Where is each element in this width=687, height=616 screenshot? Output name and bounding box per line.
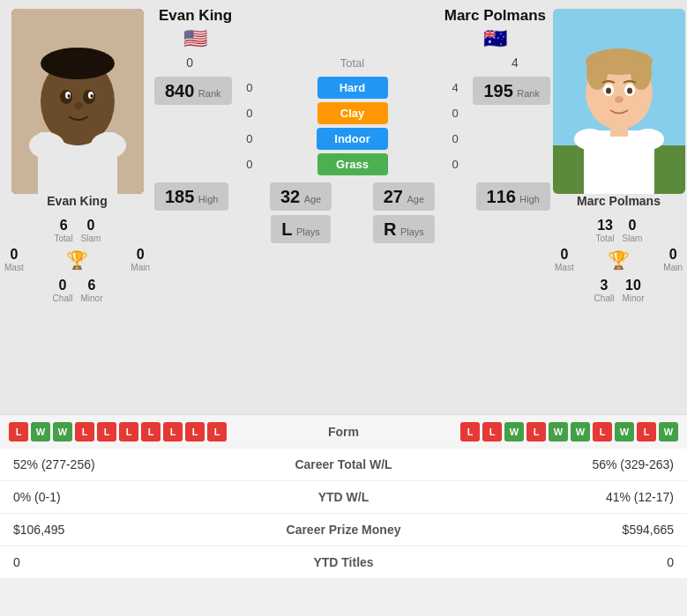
right-total-cell: 13 Total [595, 218, 616, 243]
svg-point-23 [606, 88, 611, 94]
grass-left-val: 0 [234, 158, 253, 171]
svg-point-26 [574, 129, 606, 150]
right-plays-val: R [384, 219, 396, 239]
right-player-photo [553, 9, 685, 194]
left-minor-label: Minor [81, 293, 103, 303]
left-high-val: 185 [165, 187, 194, 206]
left-main-label: Main [131, 263, 150, 272]
right-chall-val: 3 [593, 278, 615, 293]
right-trophy-icon: 🏆 [608, 249, 630, 271]
high-age-plays-row: 185 High 32 Age L Plays 27 [154, 182, 550, 243]
left-form-badge: L [119, 422, 138, 442]
svg-point-19 [586, 55, 608, 90]
right-name-block: Marc Polmans 🇦🇺 [444, 7, 546, 50]
right-minor-val: 10 [623, 278, 645, 293]
clay-row: 0 Clay 0 [234, 102, 472, 124]
hard-row: 0 Hard 4 [234, 77, 472, 99]
stat-label: YTD W/L [227, 481, 460, 514]
left-chall-val: 0 [51, 278, 73, 293]
left-name-block: Evan King 🇺🇸 [159, 7, 232, 50]
total-center-label: Total [198, 56, 506, 70]
left-form-badge: L [185, 422, 205, 442]
right-bottom-grid: 3 Chall 10 Minor [593, 278, 644, 303]
right-form-badge: L [593, 422, 612, 442]
left-chall-label: Chall [51, 293, 73, 303]
svg-point-27 [632, 129, 664, 150]
right-main-label: Main [663, 263, 683, 272]
left-player-column: Evan King 6 Total 0 Slam 0 Mast 🏆 [0, 0, 154, 414]
right-plays-label: Plays [400, 226, 424, 237]
right-big-stats: 195 Rank [473, 77, 550, 105]
right-high-val: 116 [487, 187, 516, 206]
left-mast-val: 0 [10, 247, 18, 263]
svg-point-8 [90, 94, 93, 98]
right-mini-grid: 13 Total 0 Slam [595, 218, 643, 243]
right-slam-cell: 0 Slam [623, 218, 643, 243]
left-rank-box: 840 Rank [154, 77, 232, 105]
stat-right-val: 56% (329-263) [460, 449, 687, 481]
left-form-badge: W [53, 422, 72, 442]
right-total-val: 13 [595, 218, 616, 234]
left-total-cell: 6 Total [54, 218, 74, 243]
left-age-label: Age [304, 194, 322, 204]
right-rank-box: 195 Rank [473, 77, 550, 105]
right-total-label: Total [595, 234, 616, 243]
form-label: Form [291, 425, 397, 439]
svg-point-25 [615, 96, 624, 103]
clay-right-val: 0 [452, 107, 471, 120]
right-rank-val: 195 [483, 81, 512, 100]
right-form-badge: W [549, 422, 568, 442]
hard-right-val: 4 [452, 81, 471, 94]
right-trophy-row: 0 Mast 🏆 0 Main [555, 247, 683, 272]
left-mini-grid: 6 Total 0 Slam [54, 218, 101, 243]
stat-left-val: 0% (0-1) [0, 481, 227, 514]
hard-left-val: 0 [234, 81, 253, 94]
total-left-val: 0 [154, 56, 198, 70]
left-slam-val: 0 [81, 218, 101, 234]
stat-label: YTD Titles [227, 546, 460, 579]
left-player-card-name: Evan King [47, 194, 107, 208]
left-rank-label: Rank [198, 88, 221, 99]
left-header-name: Evan King [159, 7, 232, 25]
stats-row: 0 YTD Titles 0 [0, 546, 687, 579]
clay-left-val: 0 [234, 107, 253, 120]
stats-table: 52% (277-256) Career Total W/L 56% (329-… [0, 449, 687, 579]
center-column: Evan King 🇺🇸 Marc Polmans 🇦🇺 0 Total 4 [154, 0, 550, 414]
grass-btn: Grass [317, 153, 388, 175]
right-main-cell: 0 Main [663, 247, 683, 272]
left-mast-label: Mast [4, 263, 24, 272]
left-high-label: High [198, 194, 219, 204]
right-slam-val: 0 [623, 218, 643, 234]
left-mast-cell: 0 Mast [4, 247, 24, 272]
left-form-badge: L [207, 422, 227, 442]
stat-right-val: 41% (12-17) [460, 481, 687, 514]
left-chall-cell: 0 Chall [51, 278, 73, 303]
right-form-badge: L [637, 422, 656, 442]
players-comparison-section: Evan King 6 Total 0 Slam 0 Mast 🏆 [0, 0, 687, 414]
right-form-badge: L [482, 422, 502, 442]
right-header-name: Marc Polmans [444, 7, 546, 25]
right-form-badge: W [571, 422, 590, 442]
total-right-val: 4 [506, 56, 550, 70]
stat-left-val: $106,495 [0, 514, 227, 546]
right-mast-val: 0 [560, 247, 568, 263]
right-chall-label: Chall [593, 293, 615, 303]
svg-point-11 [29, 132, 64, 159]
grass-row: 0 Grass 0 [234, 153, 472, 175]
left-form-badge: L [75, 422, 94, 442]
right-chall-cell: 3 Chall [593, 278, 615, 303]
left-minor-val: 6 [81, 278, 103, 293]
right-age-box: 27 Age [373, 182, 435, 211]
left-rank-val: 840 [165, 81, 194, 100]
left-total-val: 6 [54, 218, 74, 234]
main-container: Evan King 6 Total 0 Slam 0 Mast 🏆 [0, 0, 687, 579]
right-age-val: 27 [384, 187, 403, 206]
left-player-photo [11, 9, 144, 194]
left-plays-val: L [281, 219, 292, 239]
left-high-box: 185 High [154, 182, 228, 211]
right-player-column: Marc Polmans 13 Total 0 Slam 0 Mast 🏆 [550, 0, 687, 414]
stats-row: $106,495 Career Prize Money $594,665 [0, 514, 687, 546]
right-flag: 🇦🇺 [483, 27, 507, 50]
left-plays-label: Plays [296, 226, 320, 237]
stat-label: Career Prize Money [227, 514, 460, 546]
